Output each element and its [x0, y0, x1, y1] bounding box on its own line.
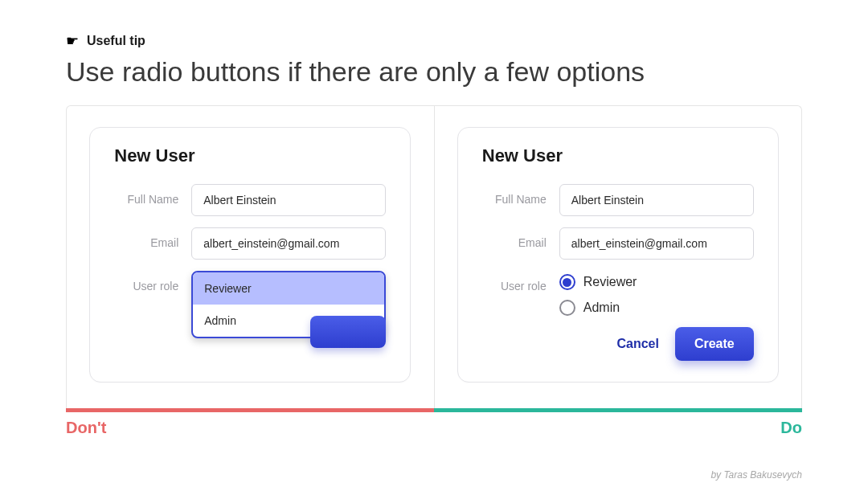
cancel-button[interactable]: Cancel [616, 337, 658, 351]
radio-reviewer[interactable]: Reviewer [559, 274, 754, 290]
create-button-obscured[interactable] [310, 316, 386, 348]
user-role-label: User role [114, 271, 178, 292]
full-name-input[interactable] [191, 184, 386, 216]
email-input[interactable] [559, 227, 754, 260]
headline: Use radio buttons if there are only a fe… [66, 56, 802, 88]
dont-underline [66, 408, 434, 412]
card-title: New User [114, 145, 386, 166]
user-role-label: User role [482, 271, 547, 292]
full-name-input[interactable] [559, 184, 754, 216]
radio-icon [559, 274, 575, 290]
email-label: Email [482, 227, 547, 249]
radio-label: Admin [583, 301, 620, 315]
dont-label: Don't [66, 419, 106, 437]
comparison-labels: Don't Do [66, 412, 802, 444]
dropdown-option-reviewer[interactable]: Reviewer [193, 272, 384, 305]
dont-pane: New User Full Name Email User role Revie… [67, 106, 435, 408]
author-credit: by Taras Bakusevych [710, 469, 802, 481]
do-pane: New User Full Name Email User role Revie… [435, 106, 802, 408]
full-name-label: Full Name [482, 184, 547, 206]
card-dont: New User Full Name Email User role Revie… [89, 127, 411, 382]
card-title: New User [482, 145, 754, 166]
email-label: Email [114, 227, 178, 249]
radio-admin[interactable]: Admin [559, 300, 754, 316]
do-label: Do [780, 419, 802, 437]
card-do: New User Full Name Email User role Revie… [457, 127, 779, 382]
create-button[interactable]: Create [675, 327, 754, 361]
radio-icon [559, 300, 575, 316]
do-underline [434, 408, 802, 412]
full-name-label: Full Name [114, 184, 178, 206]
tip-row: ☛ Useful tip [66, 32, 802, 50]
radio-label: Reviewer [583, 275, 637, 289]
tip-label: Useful tip [87, 34, 145, 48]
email-input[interactable] [191, 227, 386, 260]
hand-point-icon: ☛ [66, 32, 79, 50]
comparison-underline [66, 408, 802, 412]
comparison-container: New User Full Name Email User role Revie… [66, 105, 802, 408]
